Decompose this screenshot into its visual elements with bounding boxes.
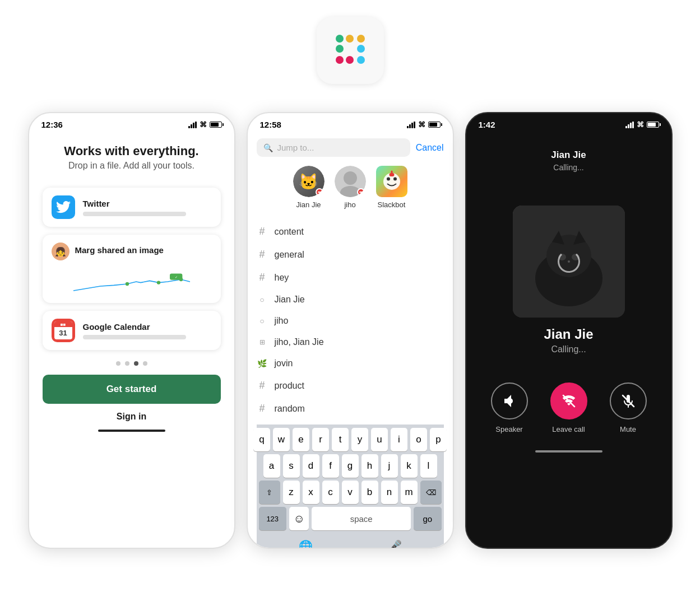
phone2-content: 🔍 Jump to... Cancel 🐱 <box>248 133 453 549</box>
key-o[interactable]: o <box>410 428 427 451</box>
dm-jian-jie[interactable]: ○ Jian Jie <box>257 289 444 310</box>
get-started-button[interactable]: Get started <box>43 375 221 404</box>
key-h[interactable]: h <box>361 454 378 478</box>
key-globe[interactable]: 🌐 <box>261 534 350 549</box>
key-p[interactable]: p <box>430 428 447 451</box>
svg-text:✓: ✓ <box>174 275 177 279</box>
leave-call-circle <box>550 383 587 419</box>
jian-jie-dnd-badge <box>316 188 323 196</box>
twitter-name: Twitter <box>83 199 212 208</box>
phone2-time: 12:58 <box>260 120 281 129</box>
svg-point-9 <box>125 282 128 286</box>
key-y[interactable]: y <box>351 428 368 451</box>
contact-jian-jie[interactable]: 🐱 Jian Jie <box>293 166 324 209</box>
key-w[interactable]: w <box>273 428 290 451</box>
hero-subtitle: Drop in a file. Add all your tools. <box>43 161 221 171</box>
svg-rect-3 <box>357 35 365 43</box>
marg-card: 👧 Marg shared an image ✓ <box>43 235 221 303</box>
twitter-icon <box>52 195 75 219</box>
gcal-card: ■■ 31 Google Calendar <box>43 311 221 350</box>
group-jiho-jianjie[interactable]: ⊞ jiho, Jian Jie <box>257 332 444 353</box>
phone2-signal-icon <box>407 122 415 128</box>
jian-jie-avatar: 🐱 <box>293 166 324 197</box>
contact-jiho[interactable]: jiho <box>335 166 366 209</box>
key-g[interactable]: g <box>342 454 359 478</box>
marg-card-header: 👧 Marg shared an image <box>52 242 212 260</box>
keyboard-row-2: a s d f g h j k l <box>259 454 442 478</box>
phone-1: 12:36 ⌘ Works with everything. Drop in a… <box>28 112 235 549</box>
key-n[interactable]: n <box>381 481 398 504</box>
key-microphone[interactable]: 🎤 <box>350 534 439 549</box>
mute-button[interactable]: Mute <box>610 383 647 433</box>
key-go[interactable]: go <box>414 507 441 530</box>
phone3-signal-icon <box>625 122 634 128</box>
twitter-line <box>83 212 186 216</box>
key-v[interactable]: v <box>342 481 359 504</box>
key-f[interactable]: f <box>322 454 339 478</box>
channel-list: # content # general # hey ○ Jian Jie ○ <box>257 220 444 420</box>
key-l[interactable]: l <box>420 454 437 478</box>
dm-jovin[interactable]: 🌿 jovin <box>257 353 444 374</box>
slackbot-name: Slackbot <box>378 200 406 209</box>
chart-preview: ✓ <box>52 273 212 295</box>
caller-status-large: Calling... <box>466 344 671 355</box>
channel-content[interactable]: # content <box>257 220 444 243</box>
cancel-button[interactable]: Cancel <box>416 143 444 153</box>
speaker-button[interactable]: Speaker <box>491 383 528 433</box>
search-bar[interactable]: 🔍 Jump to... <box>257 138 410 157</box>
slackbot-avatar <box>376 166 407 197</box>
channel-hey[interactable]: # hey <box>257 266 444 289</box>
jiho-dnd-badge <box>357 188 365 196</box>
gcal-icon: ■■ 31 <box>52 319 75 342</box>
key-k[interactable]: k <box>401 454 418 478</box>
svg-rect-1 <box>336 45 344 53</box>
channel-product[interactable]: # product <box>257 374 444 397</box>
key-emoji[interactable]: ☺ <box>289 507 309 530</box>
jian-jie-name: Jian Jie <box>296 200 321 209</box>
slack-logo-container <box>317 17 384 84</box>
key-x[interactable]: x <box>303 481 319 504</box>
phone1-home-indicator <box>98 430 165 432</box>
speaker-label: Speaker <box>495 425 522 433</box>
phone1-time: 12:36 <box>41 120 63 129</box>
key-b[interactable]: b <box>361 481 378 504</box>
key-e[interactable]: e <box>293 428 309 451</box>
key-delete[interactable]: ⌫ <box>420 481 442 504</box>
key-q[interactable]: q <box>253 428 270 451</box>
contact-slackbot[interactable]: Slackbot <box>376 166 407 209</box>
channel-general[interactable]: # general <box>257 243 444 266</box>
key-u[interactable]: u <box>371 428 388 451</box>
svg-rect-7 <box>357 56 365 64</box>
phone3-time: 1:42 <box>479 120 495 129</box>
key-i[interactable]: i <box>391 428 407 451</box>
twitter-text: Twitter <box>83 199 212 216</box>
phone1-hero: Works with everything. Drop in a file. A… <box>43 144 221 171</box>
svg-rect-0 <box>336 35 344 43</box>
key-s[interactable]: s <box>283 454 300 478</box>
key-r[interactable]: r <box>312 428 329 451</box>
key-space[interactable]: space <box>312 507 411 530</box>
phone3-wifi-icon: ⌘ <box>637 120 644 129</box>
key-shift[interactable]: ⇧ <box>259 481 280 504</box>
svg-point-10 <box>156 281 160 284</box>
call-avatar-large <box>513 206 625 318</box>
key-m[interactable]: m <box>401 481 418 504</box>
channel-random[interactable]: # random <box>257 397 444 420</box>
dm-jiho[interactable]: ○ jiho <box>257 310 444 332</box>
loading-spinner <box>558 250 580 273</box>
key-c[interactable]: c <box>322 481 339 504</box>
keyboard-row-3: ⇧ z x c v b n m ⌫ <box>259 481 442 504</box>
key-z[interactable]: z <box>283 481 300 504</box>
sign-in-link[interactable]: Sign in <box>43 412 221 422</box>
key-a[interactable]: a <box>263 454 280 478</box>
leave-call-button[interactable]: Leave call <box>550 383 587 433</box>
key-d[interactable]: d <box>303 454 319 478</box>
phone2-battery-icon <box>428 122 441 128</box>
key-123[interactable]: 123 <box>259 507 286 530</box>
key-j[interactable]: j <box>381 454 398 478</box>
svg-point-17 <box>387 178 390 181</box>
key-t[interactable]: t <box>332 428 349 451</box>
jiho-avatar <box>335 166 366 197</box>
svg-point-18 <box>393 178 397 181</box>
gcal-name: Google Calendar <box>83 322 212 332</box>
